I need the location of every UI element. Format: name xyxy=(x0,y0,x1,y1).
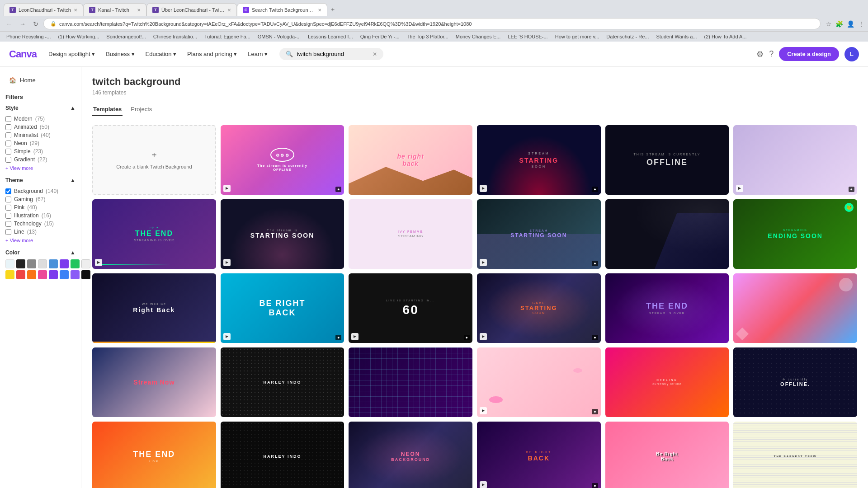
template-12[interactable]: We Will Be Right Back xyxy=(92,273,216,343)
theme-view-more[interactable]: + View more xyxy=(5,238,75,243)
template-29[interactable]: THE BARNEST CREW xyxy=(733,422,857,488)
create-blank-card[interactable]: + Create a blank Twitch Background xyxy=(92,125,216,195)
filter-technology-checkbox[interactable] xyxy=(5,221,11,227)
template-28[interactable]: Be Right Back xyxy=(605,422,729,488)
filter-title[interactable]: Filters xyxy=(5,94,75,100)
color-swatch-green[interactable] xyxy=(71,259,80,268)
template-27[interactable]: BE RIGHT BACK ▶ ● xyxy=(477,422,601,488)
style-view-more[interactable]: + View more xyxy=(5,165,75,171)
reload-button[interactable]: ↻ xyxy=(31,19,41,29)
search-input[interactable] xyxy=(297,51,369,57)
template-15[interactable]: GAME STARTING SOON ▶ ● xyxy=(477,273,601,343)
filter-gradient-checkbox[interactable] xyxy=(5,157,11,163)
bookmark-15[interactable]: (2) How To Add A... xyxy=(702,33,750,40)
filter-gaming[interactable]: Gaming (67) xyxy=(5,195,75,203)
more-icon[interactable]: ⋮ xyxy=(858,20,864,28)
nav-plans[interactable]: Plans and pricing ▾ xyxy=(183,48,241,60)
bookmark-7[interactable]: Lessons Learned f... xyxy=(305,33,356,40)
filter-simple-checkbox[interactable] xyxy=(5,149,11,155)
bookmark-3[interactable]: Sonderangebot!... xyxy=(104,33,148,40)
filter-gaming-checkbox[interactable] xyxy=(5,197,11,202)
filter-background[interactable]: Background (140) xyxy=(5,187,75,195)
bookmark-10[interactable]: Money Changes E... xyxy=(453,33,504,40)
template-5[interactable]: ▶ ● xyxy=(733,125,857,195)
bookmark-star-icon[interactable]: ☆ xyxy=(826,20,832,28)
tab-close-2[interactable]: ✕ xyxy=(137,8,141,13)
template-3[interactable]: STREAM STARTING SOON ▶ ● xyxy=(477,125,601,195)
new-tab-button[interactable]: + xyxy=(327,3,338,16)
color-swatch-white[interactable] xyxy=(5,259,14,268)
nav-business[interactable]: Business ▾ xyxy=(101,48,139,60)
style-filter-title[interactable]: Style ▲ xyxy=(5,105,75,111)
bookmark-14[interactable]: Student Wants a... xyxy=(653,33,699,40)
bookmark-2[interactable]: (1) How Working... xyxy=(55,33,102,40)
template-23[interactable]: ✈ currently OFFLINE. xyxy=(733,347,857,417)
template-22[interactable]: OFFLINE currently offline xyxy=(605,347,729,417)
filter-gradient[interactable]: Gradient (22) xyxy=(5,155,75,164)
template-20[interactable] xyxy=(349,347,472,417)
template-24[interactable]: THE END LIVE xyxy=(92,422,216,488)
header-search[interactable]: 🔍 ✕ xyxy=(279,48,383,60)
bookmark-9[interactable]: The Top 3 Platfor... xyxy=(404,33,451,40)
back-button[interactable]: ← xyxy=(4,19,14,29)
template-25[interactable]: HARLEY INDO xyxy=(221,422,344,488)
filter-pink-checkbox[interactable] xyxy=(5,205,11,211)
filter-animated[interactable]: Animated (50) xyxy=(5,123,75,131)
template-26[interactable]: NEON BACKGROUND xyxy=(349,422,472,488)
filter-background-checkbox[interactable] xyxy=(5,188,11,194)
filter-pink[interactable]: Pink (40) xyxy=(5,203,75,211)
bookmark-4[interactable]: Chinese translatio... xyxy=(151,33,200,40)
color-swatch-red[interactable] xyxy=(16,270,25,279)
color-swatch-lavender[interactable] xyxy=(71,270,80,279)
color-swatch-purple[interactable] xyxy=(60,259,69,268)
nav-education[interactable]: Education ▾ xyxy=(141,48,181,60)
tab-4[interactable]: C Search Twitch Background - C... ✕ xyxy=(237,3,327,16)
color-swatch-orange[interactable] xyxy=(27,270,36,279)
template-10[interactable] xyxy=(605,199,729,269)
template-18[interactable]: Stream Now xyxy=(92,347,216,417)
address-bar[interactable]: 🔒 canva.com/search/templates?q=Twitch%20… xyxy=(43,18,821,29)
template-8[interactable]: IVY FEMME STREAMING xyxy=(349,199,472,269)
color-swatch-yellow[interactable] xyxy=(5,270,14,279)
template-4[interactable]: THIS STREAM IS CURRENTLY OFFLINE xyxy=(605,125,729,195)
color-swatch-gray[interactable] xyxy=(27,259,36,268)
tab-2[interactable]: T Kanal - Twitch ✕ xyxy=(83,3,146,16)
search-clear-icon[interactable]: ✕ xyxy=(373,51,377,57)
canva-logo[interactable]: Canva xyxy=(9,48,37,60)
color-filter-title[interactable]: Color ▲ xyxy=(5,249,75,256)
template-9[interactable]: STREAM STARTING SOON ▶ ● xyxy=(477,199,601,269)
color-swatch-lightgray[interactable] xyxy=(38,259,47,268)
color-swatch-pink[interactable] xyxy=(38,270,47,279)
template-13[interactable]: BE RIGHTBACK ▶ ● xyxy=(221,273,344,343)
template-7[interactable]: The stream is STARTING SOON ▶ xyxy=(221,199,344,269)
theme-filter-title[interactable]: Theme ▲ xyxy=(5,177,75,183)
nav-learn[interactable]: Learn ▾ xyxy=(243,48,272,60)
create-design-button[interactable]: Create a design xyxy=(779,47,839,61)
filter-neon-checkbox[interactable] xyxy=(5,141,11,146)
tab-projects[interactable]: Projects xyxy=(130,103,153,116)
bookmark-8[interactable]: Qing Fei De Yi -... xyxy=(358,33,402,40)
filter-illustration-checkbox[interactable] xyxy=(5,213,11,219)
filter-modern[interactable]: Modern (75) xyxy=(5,115,75,123)
template-14[interactable]: LIVE IS STARTING IN... 60 ▶ ● xyxy=(349,273,472,343)
filter-neon[interactable]: Neon (29) xyxy=(5,139,75,147)
profile-icon[interactable]: 👤 xyxy=(847,20,854,28)
filter-minimalist-checkbox[interactable] xyxy=(5,132,11,138)
extensions-icon[interactable]: 🧩 xyxy=(835,20,843,28)
tab-templates[interactable]: Templates xyxy=(92,103,123,116)
filter-line-checkbox[interactable] xyxy=(5,229,11,235)
tab-3[interactable]: T Über LeonChaudhari - Twitch ✕ xyxy=(146,3,237,16)
filter-technology[interactable]: Technology (15) xyxy=(5,220,75,228)
filter-simple[interactable]: Simple (23) xyxy=(5,147,75,155)
color-swatch-black[interactable] xyxy=(16,259,25,268)
settings-icon[interactable]: ⚙ xyxy=(756,49,764,59)
bookmark-5[interactable]: Tutorial: Ejgene Fa... xyxy=(202,33,253,40)
template-11[interactable]: STREAMING ENDING SOON 🐸 xyxy=(733,199,857,269)
template-16[interactable]: THE END STREAM IS OVER xyxy=(605,273,729,343)
bookmark-6[interactable]: GMSN - Vologda-... xyxy=(255,33,303,40)
filter-line[interactable]: Line (13) xyxy=(5,228,75,236)
template-6[interactable]: ▷▷ ● THE END STREAMING IS OVER ▶ xyxy=(92,199,216,269)
filter-animated-checkbox[interactable] xyxy=(5,124,11,130)
filter-minimalist[interactable]: Minimalist (40) xyxy=(5,131,75,139)
template-21[interactable]: ▶ ● xyxy=(477,347,601,417)
